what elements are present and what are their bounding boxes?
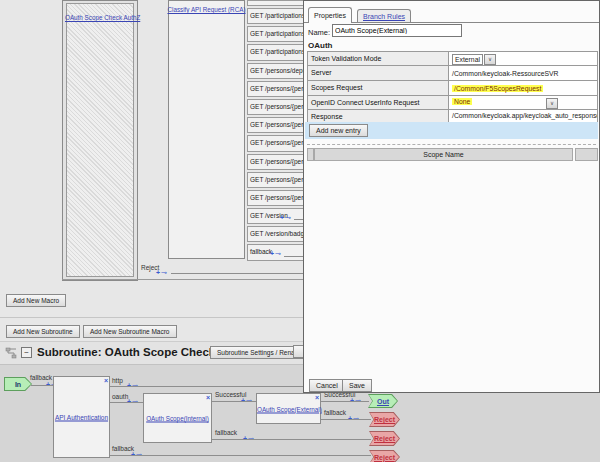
- reject-label: Reject: [374, 416, 395, 423]
- scope-table-corner-cell: [307, 148, 314, 161]
- dropdown-arrow-icon[interactable]: ∨: [546, 98, 558, 109]
- highlighted-value: /Common/F5ScopesRequest: [452, 85, 543, 92]
- name-input[interactable]: [332, 24, 462, 37]
- properties-panel: Properties Branch Rules Name: OAuth Toke…: [303, 0, 600, 393]
- token-validation-mode-select[interactable]: External: [452, 54, 483, 65]
- dashed-separator: [307, 144, 596, 145]
- macro-hatch-area: OAuth Scope Check AuthZ: [66, 3, 134, 277]
- scope-name-header: Scope Name: [314, 148, 573, 161]
- add-new-macro-button[interactable]: Add New Macro: [6, 294, 66, 307]
- field-label: Server: [307, 65, 449, 81]
- branch-label-internal-fallback: fallback: [215, 429, 237, 436]
- dropdown-arrow-icon[interactable]: ∨: [484, 54, 496, 65]
- flow-reject-terminal-3[interactable]: Reject: [369, 450, 400, 462]
- field-label: Response: [307, 109, 449, 123]
- branch-line-list-fallback: [284, 256, 303, 257]
- oauth-section-header: OAuth: [308, 41, 332, 50]
- branch-markers-list-fallback[interactable]: +⊸: [270, 249, 281, 259]
- field-label: Scopes Request: [307, 80, 449, 96]
- branch-label-external-fallback: fallback: [324, 409, 346, 416]
- reject-branch-line: [171, 273, 303, 274]
- add-new-entry-button[interactable]: Add new entry: [309, 124, 368, 137]
- branch-line-http: [110, 386, 303, 387]
- field-row-scopes-request: Scopes Request /Common/F5ScopesRequest ∨: [307, 80, 598, 96]
- close-icon[interactable]: ×: [315, 394, 319, 401]
- field-label: OpenID Connect UserInfo Request: [307, 95, 449, 110]
- flow-reject-terminal-2[interactable]: Reject: [369, 431, 400, 446]
- macro-box-oauth-scope-check: OAuth Scope Check AuthZ: [62, 0, 138, 281]
- cancel-button[interactable]: Cancel: [309, 379, 345, 392]
- flow-out-terminal[interactable]: Out: [368, 394, 398, 408]
- save-button[interactable]: Save: [342, 379, 372, 392]
- oauth-scope-external-link[interactable]: OAuth Scope(External): [257, 405, 320, 412]
- subroutine-tree-icon: [5, 347, 18, 359]
- add-new-subroutine-macro-button[interactable]: Add New Subroutine Macro: [83, 325, 177, 338]
- flow-reject-terminal-1[interactable]: Reject: [369, 412, 400, 427]
- field-row-openid-userinfo: OpenID Connect UserInfo Request None ∨: [307, 95, 598, 110]
- close-icon[interactable]: ×: [206, 394, 210, 401]
- reject-label: Reject: [374, 454, 395, 461]
- macro-container-bottom-border: [62, 279, 303, 280]
- scope-table-right-cell: [575, 148, 598, 161]
- tab-branch-rules-label: Branch Rules: [363, 13, 405, 20]
- api-authentication-box: × API Authentication: [53, 376, 110, 458]
- tab-properties-label: Properties: [314, 12, 346, 19]
- branch-line-in-fallback: [31, 385, 53, 386]
- tab-branch-rules[interactable]: Branch Rules: [357, 9, 411, 22]
- out-label: Out: [377, 398, 389, 405]
- flow-in-terminal[interactable]: In: [4, 377, 32, 391]
- oauth-scope-internal-box: × OAuth Scope(Internal): [143, 393, 212, 443]
- macro-link-oauth-scope-check[interactable]: OAuth Scope Check AuthZ: [65, 14, 135, 21]
- minus-icon: −: [24, 348, 29, 357]
- branch-line-internal-fallback: [212, 439, 371, 440]
- openid-userinfo-value[interactable]: None ∨: [448, 95, 598, 110]
- oauth-scope-internal-link[interactable]: OAuth Scope(Internal): [144, 415, 211, 422]
- vpe-window: OAuth Scope Check AuthZ Classify API Req…: [0, 0, 600, 462]
- highlighted-value: None: [452, 98, 472, 105]
- branch-line-internal-successful: [212, 401, 256, 402]
- add-new-subroutine-button[interactable]: Add New Subroutine: [6, 325, 80, 338]
- reject-label: Reject: [374, 435, 395, 442]
- field-row-token-validation: Token Validation Mode External∨: [307, 51, 598, 66]
- field-row-response: Response /Common/keycloak.app/keycloak_a…: [307, 109, 598, 123]
- branch-markers-version[interactable]: +⊸: [280, 213, 291, 223]
- api-authentication-link[interactable]: API Authentication: [54, 414, 109, 421]
- scopes-request-value[interactable]: /Common/F5ScopesRequest ∨: [448, 80, 598, 96]
- tab-properties[interactable]: Properties: [308, 7, 352, 23]
- branch-line-oauth: [110, 402, 143, 403]
- branch-label-oauth: oauth: [112, 393, 128, 400]
- branch-line-version: [294, 219, 303, 220]
- field-row-server: Server /Common/keycloak-RessourceSVR: [307, 65, 598, 81]
- branch-line-auth-fallback: [110, 455, 371, 456]
- close-icon[interactable]: ×: [104, 377, 108, 384]
- server-value[interactable]: /Common/keycloak-RessourceSVR: [448, 65, 598, 81]
- branch-line-external-successful: [321, 401, 369, 402]
- name-label: Name:: [308, 28, 330, 37]
- classify-api-request-link[interactable]: Classify API Request (RCA): [167, 6, 246, 13]
- field-label: Token Validation Mode: [307, 51, 449, 66]
- oauth-scope-external-box: × OAuth Scope(External): [256, 393, 321, 424]
- collapse-subroutine-toggle[interactable]: −: [21, 347, 32, 358]
- field-value: External∨: [448, 51, 598, 66]
- classify-api-request-box: Classify API Request (RCA): [168, 0, 245, 259]
- response-value[interactable]: /Common/keycloak.app/keycloak_auto_respo…: [448, 109, 598, 123]
- branch-label-http: http: [112, 377, 123, 384]
- branch-line-external-fallback: [321, 419, 371, 420]
- reject-branch-markers[interactable]: +⊸: [156, 268, 167, 278]
